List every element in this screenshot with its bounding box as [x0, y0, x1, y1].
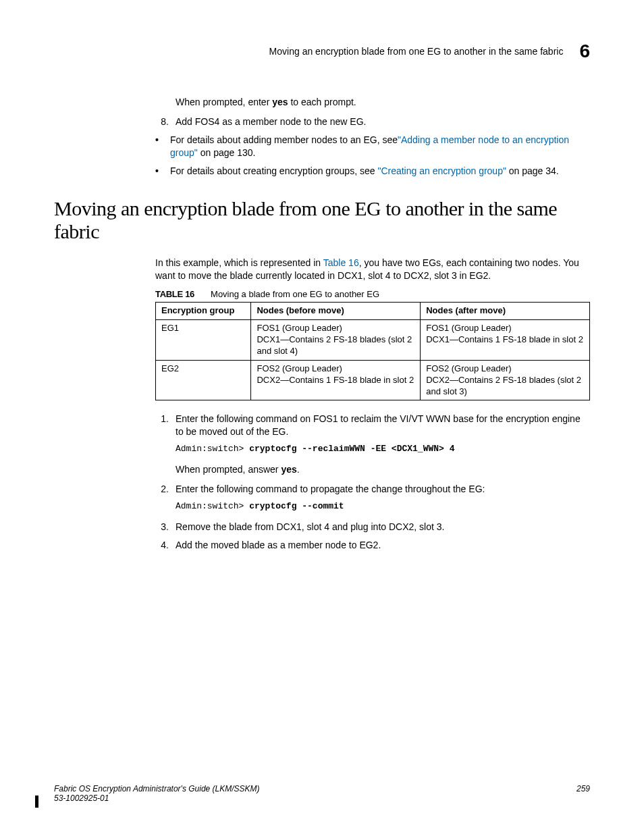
table-row: EG2 FOS2 (Group Leader) DCX2—Contains 1 … [156, 360, 590, 400]
link-table16[interactable]: Table 16 [323, 257, 359, 268]
crop-mark-icon [35, 796, 42, 811]
step-text: Add the moved blade as a member node to … [176, 539, 381, 552]
step-1-after: When prompted, answer yes. [176, 463, 590, 476]
bullet-item: • For details about creating encryption … [155, 165, 590, 178]
step-text: Remove the blade from DCX1, slot 4 and p… [176, 521, 444, 533]
text: When prompted, answer [176, 464, 281, 475]
step-number: 2. [155, 483, 169, 496]
header-title: Moving an encryption blade from one EG t… [269, 46, 564, 57]
continuation-block: When prompted, enter yes to each prompt.… [54, 96, 590, 177]
text: on page 34. [506, 165, 559, 176]
page: Moving an encryption blade from one EG t… [0, 0, 644, 834]
code-command: cryptocfg --reclaimWWN -EE <DCX1_WWN> 4 [249, 444, 454, 454]
text: . [297, 464, 300, 475]
step-1: 1. Enter the following command on FOS1 t… [155, 413, 590, 438]
td: FOS1 (Group Leader) DCX1—Contains 2 FS-1… [251, 320, 421, 361]
text: For details about adding member nodes to… [170, 134, 398, 145]
section-body: In this example, which is represented in… [54, 257, 590, 551]
step-number: 4. [155, 539, 169, 552]
text: FOS1 (Group Leader) [426, 323, 511, 333]
step-3: 3. Remove the blade from DCX1, slot 4 an… [155, 521, 590, 533]
step-text: Enter the following command to propagate… [176, 483, 485, 496]
svg-rect-0 [35, 796, 38, 808]
text: DCX1—Contains 1 FS-18 blade in slot 2 [426, 334, 583, 344]
step-text: Add FOS4 as a member node to the new EG. [176, 115, 366, 128]
link-create-eg[interactable]: "Creating an encryption group" [377, 165, 506, 176]
step-number: 3. [155, 521, 169, 533]
code-prompt: Admin:switch> [176, 444, 249, 454]
td: EG1 [156, 320, 251, 361]
code-prompt: Admin:switch> [176, 501, 249, 511]
text: DCX2—Contains 1 FS-18 blade in slot 2 [257, 375, 414, 385]
bullet-item: • For details about adding member nodes … [155, 134, 590, 159]
td: FOS2 (Group Leader) DCX2—Contains 2 FS-1… [421, 360, 590, 400]
step-4: 4. Add the moved blade as a member node … [155, 539, 590, 552]
table-header-row: Encryption group Nodes (before move) Nod… [156, 303, 590, 320]
text: When prompted, enter [176, 97, 272, 107]
step-number: 1. [155, 413, 169, 438]
text: FOS1 (Group Leader) [257, 323, 342, 333]
bullet-text: For details about adding member nodes to… [170, 134, 590, 159]
table-title: Moving a blade from one EG to another EG [211, 289, 379, 299]
text: DCX2—Contains 2 FS-18 blades (slot 2 and… [426, 375, 581, 396]
footer-doc-title: Fabric OS Encryption Administrator's Gui… [54, 784, 260, 793]
text: to each prompt. [288, 97, 356, 107]
text-bold: yes [281, 464, 296, 475]
page-footer: Fabric OS Encryption Administrator's Gui… [54, 784, 590, 803]
th-nodes-after: Nodes (after move) [421, 303, 590, 320]
text: For details about creating encryption gr… [170, 165, 377, 176]
bullet-icon: • [155, 165, 162, 178]
bullet-icon: • [155, 134, 162, 159]
step-text: Enter the following command on FOS1 to r… [176, 413, 590, 438]
section-intro: In this example, which is represented in… [155, 257, 590, 282]
text-bold: yes [272, 97, 288, 107]
bullet-text: For details about creating encryption gr… [170, 165, 559, 178]
table-row: EG1 FOS1 (Group Leader) DCX1—Contains 2 … [156, 320, 590, 361]
text: DCX1—Contains 2 FS-18 blades (slot 2 and… [257, 334, 412, 356]
code-command: cryptocfg --commit [249, 501, 344, 511]
code-block: Admin:switch> cryptocfg --commit [176, 501, 590, 511]
text: on page 130. [198, 147, 256, 158]
step-8: 8. Add FOS4 as a member node to the new … [155, 115, 590, 128]
chapter-number: 6 [579, 41, 590, 62]
footer-page-number: 259 [576, 784, 590, 803]
table-label: TABLE 16 [155, 289, 194, 299]
code-block: Admin:switch> cryptocfg --reclaimWWN -EE… [176, 444, 590, 454]
td: FOS1 (Group Leader) DCX1—Contains 1 FS-1… [421, 320, 590, 361]
section-heading: Moving an encryption blade from one EG t… [54, 197, 590, 243]
text: FOS2 (Group Leader) [257, 363, 342, 373]
footer-doc-id: 53-1002925-01 [54, 793, 109, 803]
page-header: Moving an encryption blade from one EG t… [54, 41, 590, 62]
text: In this example, which is represented in [155, 257, 323, 268]
td: EG2 [156, 360, 251, 400]
table-16: Encryption group Nodes (before move) Nod… [155, 302, 590, 400]
prompt-line: When prompted, enter yes to each prompt. [176, 96, 590, 109]
table-caption: TABLE 16Moving a blade from one EG to an… [155, 289, 590, 299]
step-number: 8. [155, 115, 169, 128]
text: FOS2 (Group Leader) [426, 363, 511, 373]
th-nodes-before: Nodes (before move) [251, 303, 421, 320]
footer-left: Fabric OS Encryption Administrator's Gui… [54, 784, 260, 803]
th-encryption-group: Encryption group [156, 303, 251, 320]
step-2: 2. Enter the following command to propag… [155, 483, 590, 496]
td: FOS2 (Group Leader) DCX2—Contains 1 FS-1… [251, 360, 421, 400]
